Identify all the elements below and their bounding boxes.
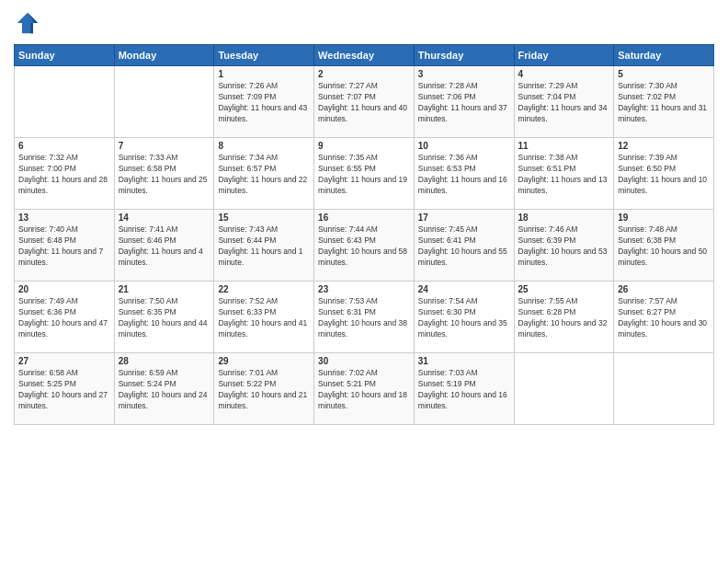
day-number: 26 <box>618 284 710 294</box>
day-info: Sunrise: 7:52 AM Sunset: 6:33 PM Dayligh… <box>218 296 310 340</box>
day-cell: 11Sunrise: 7:38 AM Sunset: 6:51 PM Dayli… <box>514 138 614 210</box>
day-info: Sunrise: 7:44 AM Sunset: 6:43 PM Dayligh… <box>318 224 410 269</box>
day-cell <box>15 66 115 138</box>
day-info: Sunrise: 7:39 AM Sunset: 6:50 PM Dayligh… <box>618 153 710 197</box>
day-info: Sunrise: 7:03 AM Sunset: 5:19 PM Dayligh… <box>418 368 510 412</box>
day-cell: 16Sunrise: 7:44 AM Sunset: 6:43 PM Dayli… <box>314 210 415 282</box>
day-info: Sunrise: 7:41 AM Sunset: 6:46 PM Dayligh… <box>119 224 210 269</box>
week-row-1: 1Sunrise: 7:26 AM Sunset: 7:09 PM Daylig… <box>15 66 714 138</box>
logo <box>14 9 45 37</box>
day-info: Sunrise: 7:30 AM Sunset: 7:02 PM Dayligh… <box>618 81 710 125</box>
day-number: 31 <box>418 356 510 366</box>
day-number: 11 <box>518 141 610 151</box>
day-number: 29 <box>218 356 310 366</box>
day-cell: 20Sunrise: 7:49 AM Sunset: 6:36 PM Dayli… <box>15 282 115 353</box>
day-info: Sunrise: 7:46 AM Sunset: 6:39 PM Dayligh… <box>518 224 610 269</box>
day-number: 21 <box>119 284 210 294</box>
header-row: SundayMondayTuesdayWednesdayThursdayFrid… <box>15 45 714 66</box>
week-row-5: 27Sunrise: 6:58 AM Sunset: 5:25 PM Dayli… <box>15 353 714 425</box>
day-cell: 5Sunrise: 7:30 AM Sunset: 7:02 PM Daylig… <box>614 66 714 138</box>
day-cell: 10Sunrise: 7:36 AM Sunset: 6:53 PM Dayli… <box>414 138 514 210</box>
day-cell: 7Sunrise: 7:33 AM Sunset: 6:58 PM Daylig… <box>114 138 214 210</box>
day-info: Sunrise: 7:36 AM Sunset: 6:53 PM Dayligh… <box>418 153 510 197</box>
day-info: Sunrise: 7:35 AM Sunset: 6:55 PM Dayligh… <box>318 153 410 197</box>
day-number: 1 <box>218 69 310 79</box>
day-info: Sunrise: 7:43 AM Sunset: 6:44 PM Dayligh… <box>218 224 310 269</box>
week-row-3: 13Sunrise: 7:40 AM Sunset: 6:48 PM Dayli… <box>15 210 714 282</box>
day-cell: 14Sunrise: 7:41 AM Sunset: 6:46 PM Dayli… <box>114 210 214 282</box>
day-cell: 23Sunrise: 7:53 AM Sunset: 6:31 PM Dayli… <box>314 282 415 353</box>
day-number: 24 <box>418 284 510 294</box>
day-info: Sunrise: 7:34 AM Sunset: 6:57 PM Dayligh… <box>218 153 310 197</box>
day-cell: 28Sunrise: 6:59 AM Sunset: 5:24 PM Dayli… <box>114 353 214 425</box>
day-cell <box>114 66 214 138</box>
day-cell: 31Sunrise: 7:03 AM Sunset: 5:19 PM Dayli… <box>414 353 514 425</box>
day-cell <box>614 353 714 425</box>
day-cell: 29Sunrise: 7:01 AM Sunset: 5:22 PM Dayli… <box>214 353 314 425</box>
day-number: 15 <box>218 213 310 223</box>
day-number: 27 <box>18 356 110 366</box>
col-header-tuesday: Tuesday <box>214 45 314 66</box>
day-cell: 24Sunrise: 7:54 AM Sunset: 6:30 PM Dayli… <box>414 282 514 353</box>
page: SundayMondayTuesdayWednesdayThursdayFrid… <box>0 0 728 563</box>
col-header-wednesday: Wednesday <box>314 45 415 66</box>
day-info: Sunrise: 7:32 AM Sunset: 7:00 PM Dayligh… <box>18 153 110 197</box>
day-number: 14 <box>119 213 210 223</box>
day-cell: 30Sunrise: 7:02 AM Sunset: 5:21 PM Dayli… <box>314 353 415 425</box>
day-number: 20 <box>18 284 110 294</box>
week-row-4: 20Sunrise: 7:49 AM Sunset: 6:36 PM Dayli… <box>15 282 714 353</box>
day-number: 13 <box>18 213 110 223</box>
day-cell: 2Sunrise: 7:27 AM Sunset: 7:07 PM Daylig… <box>314 66 415 138</box>
day-cell <box>514 353 614 425</box>
day-info: Sunrise: 7:57 AM Sunset: 6:27 PM Dayligh… <box>618 296 710 340</box>
day-info: Sunrise: 7:27 AM Sunset: 7:07 PM Dayligh… <box>318 81 410 125</box>
day-cell: 19Sunrise: 7:48 AM Sunset: 6:38 PM Dayli… <box>614 210 714 282</box>
col-header-monday: Monday <box>114 45 214 66</box>
day-cell: 25Sunrise: 7:55 AM Sunset: 6:28 PM Dayli… <box>514 282 614 353</box>
day-cell: 3Sunrise: 7:28 AM Sunset: 7:06 PM Daylig… <box>414 66 514 138</box>
day-number: 22 <box>218 284 310 294</box>
day-cell: 13Sunrise: 7:40 AM Sunset: 6:48 PM Dayli… <box>15 210 115 282</box>
day-cell: 22Sunrise: 7:52 AM Sunset: 6:33 PM Dayli… <box>214 282 314 353</box>
day-info: Sunrise: 7:26 AM Sunset: 7:09 PM Dayligh… <box>218 81 310 125</box>
day-cell: 21Sunrise: 7:50 AM Sunset: 6:35 PM Dayli… <box>114 282 214 353</box>
day-cell: 6Sunrise: 7:32 AM Sunset: 7:00 PM Daylig… <box>15 138 115 210</box>
day-info: Sunrise: 7:28 AM Sunset: 7:06 PM Dayligh… <box>418 81 510 125</box>
day-number: 30 <box>318 356 410 366</box>
day-number: 9 <box>318 141 410 151</box>
calendar-table: SundayMondayTuesdayWednesdayThursdayFrid… <box>14 44 714 425</box>
col-header-saturday: Saturday <box>614 45 714 66</box>
day-number: 12 <box>618 141 710 151</box>
day-number: 28 <box>119 356 210 366</box>
day-info: Sunrise: 7:29 AM Sunset: 7:04 PM Dayligh… <box>518 81 610 125</box>
logo-icon <box>14 9 41 37</box>
day-number: 8 <box>218 141 310 151</box>
day-cell: 4Sunrise: 7:29 AM Sunset: 7:04 PM Daylig… <box>514 66 614 138</box>
day-number: 10 <box>418 141 510 151</box>
col-header-sunday: Sunday <box>15 45 115 66</box>
day-cell: 8Sunrise: 7:34 AM Sunset: 6:57 PM Daylig… <box>214 138 314 210</box>
day-cell: 9Sunrise: 7:35 AM Sunset: 6:55 PM Daylig… <box>314 138 415 210</box>
day-number: 3 <box>418 69 510 79</box>
day-info: Sunrise: 7:48 AM Sunset: 6:38 PM Dayligh… <box>618 224 710 269</box>
day-info: Sunrise: 7:40 AM Sunset: 6:48 PM Dayligh… <box>18 224 110 269</box>
day-number: 17 <box>418 213 510 223</box>
day-info: Sunrise: 7:54 AM Sunset: 6:30 PM Dayligh… <box>418 296 510 340</box>
day-number: 7 <box>119 141 210 151</box>
day-cell: 27Sunrise: 6:58 AM Sunset: 5:25 PM Dayli… <box>15 353 115 425</box>
day-cell: 18Sunrise: 7:46 AM Sunset: 6:39 PM Dayli… <box>514 210 614 282</box>
day-number: 19 <box>618 213 710 223</box>
day-cell: 26Sunrise: 7:57 AM Sunset: 6:27 PM Dayli… <box>614 282 714 353</box>
day-info: Sunrise: 7:55 AM Sunset: 6:28 PM Dayligh… <box>518 296 610 340</box>
day-info: Sunrise: 7:38 AM Sunset: 6:51 PM Dayligh… <box>518 153 610 197</box>
col-header-thursday: Thursday <box>414 45 514 66</box>
day-number: 23 <box>318 284 410 294</box>
day-number: 18 <box>518 213 610 223</box>
header <box>14 9 714 37</box>
day-number: 4 <box>518 69 610 79</box>
day-cell: 12Sunrise: 7:39 AM Sunset: 6:50 PM Dayli… <box>614 138 714 210</box>
day-number: 25 <box>518 284 610 294</box>
col-header-friday: Friday <box>514 45 614 66</box>
day-number: 6 <box>18 141 110 151</box>
week-row-2: 6Sunrise: 7:32 AM Sunset: 7:00 PM Daylig… <box>15 138 714 210</box>
